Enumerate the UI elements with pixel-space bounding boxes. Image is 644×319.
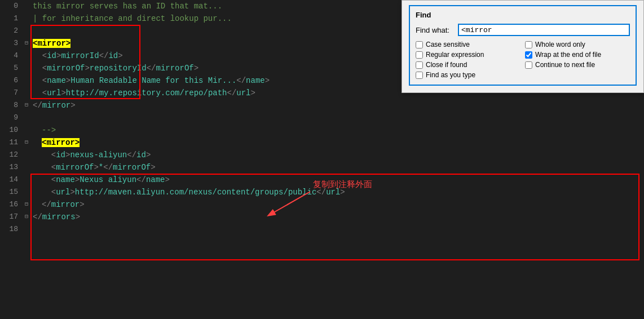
code-line-8: 8 ⊟ </mirror>	[0, 99, 644, 112]
line-num-5: 5	[0, 62, 23, 74]
fold-5	[23, 62, 30, 74]
option-find-as-type[interactable]: Find as you type	[416, 71, 521, 79]
line-num-17: 17	[0, 211, 23, 223]
line-num-6: 6	[0, 74, 23, 87]
fold-10	[23, 124, 30, 136]
line-num-1: 1	[0, 12, 23, 25]
checkbox-find-as-type[interactable]	[416, 72, 423, 79]
checkbox-close-found[interactable]	[416, 61, 423, 69]
label-continue-next: Continue to next file	[535, 61, 595, 69]
code-text-13: <mirrorOf>*</mirrorOf>	[30, 161, 644, 174]
label-close-found: Close if found	[426, 61, 467, 69]
code-line-10: 10 -->	[0, 124, 644, 136]
option-case-sensitive[interactable]: Case sensitive	[416, 41, 521, 48]
code-text-8: </mirror>	[30, 99, 644, 112]
fold-0	[23, 0, 30, 12]
checkbox-whole-word[interactable]	[525, 41, 532, 48]
code-line-9: 9	[0, 112, 644, 124]
code-text-12: <id>nexus-aliyun</id>	[30, 149, 644, 161]
label-whole-word: Whole word only	[535, 41, 585, 48]
line-num-15: 15	[0, 186, 23, 198]
label-find-as-type: Find as you type	[426, 71, 475, 79]
line-num-2: 2	[0, 25, 23, 37]
line-num-11: 11	[0, 136, 23, 149]
code-text-18	[30, 223, 644, 236]
checkbox-case-sensitive[interactable]	[416, 41, 423, 48]
line-num-18: 18	[0, 223, 23, 236]
line-num-14: 14	[0, 174, 23, 186]
editor-wrapper: 0 this mirror serves has an ID that mat.…	[0, 0, 644, 319]
label-wrap-end: Wrap at the end of file	[535, 51, 601, 59]
line-num-0: 0	[0, 0, 23, 12]
fold-6	[23, 74, 30, 87]
line-num-3: 3	[0, 37, 23, 50]
option-continue-next[interactable]: Continue to next file	[525, 61, 630, 69]
option-wrap-end[interactable]: Wrap at the end of file	[525, 51, 630, 59]
fold-12	[23, 149, 30, 161]
find-dialog: Find Find what: Case sensitive Whole wor…	[402, 0, 644, 93]
code-line-18: 18	[0, 223, 644, 236]
line-num-16: 16	[0, 198, 23, 211]
code-text-17: </mirrors>	[30, 211, 644, 223]
fold-18	[23, 223, 30, 236]
fold-4	[23, 50, 30, 62]
find-what-label: Find what:	[416, 26, 458, 34]
option-close-found[interactable]: Close if found	[416, 61, 521, 69]
find-dialog-title: Find	[416, 11, 630, 19]
code-text-10: -->	[30, 124, 644, 136]
find-what-row: Find what:	[416, 24, 630, 36]
code-line-17: 17 ⊟ </mirrors>	[0, 211, 644, 223]
label-case-sensitive: Case sensitive	[426, 41, 470, 48]
find-what-input[interactable]	[458, 24, 630, 36]
code-text-9	[30, 112, 644, 124]
code-line-14: 14 <name>Nexus aliyun</name>	[0, 174, 644, 186]
checkbox-continue-next[interactable]	[525, 61, 532, 69]
option-regular-expression[interactable]: Regular expression	[416, 51, 521, 59]
code-text-11: <mirror>	[30, 136, 644, 149]
fold-2	[23, 25, 30, 37]
code-line-11: 11 ⊟ <mirror>	[0, 136, 644, 149]
code-text-16: </mirror>	[30, 198, 644, 211]
line-num-12: 12	[0, 149, 23, 161]
fold-11[interactable]: ⊟	[23, 136, 30, 149]
fold-1	[23, 12, 30, 25]
line-num-13: 13	[0, 161, 23, 174]
checkbox-wrap-end[interactable]	[525, 51, 532, 59]
fold-16[interactable]: ⊟	[23, 198, 30, 211]
fold-9	[23, 112, 30, 124]
code-line-13: 13 <mirrorOf>*</mirrorOf>	[0, 161, 644, 174]
fold-15	[23, 186, 30, 198]
option-whole-word[interactable]: Whole word only	[525, 41, 630, 48]
line-num-9: 9	[0, 112, 23, 124]
code-line-12: 12 <id>nexus-aliyun</id>	[0, 149, 644, 161]
fold-14	[23, 174, 30, 186]
line-num-7: 7	[0, 87, 23, 99]
label-regular-expression: Regular expression	[426, 51, 484, 59]
line-num-10: 10	[0, 124, 23, 136]
fold-8[interactable]: ⊟	[23, 99, 30, 112]
code-line-15: 15 <url>http://maven.aliyun.com/nexus/co…	[0, 186, 644, 198]
code-line-16: 16 ⊟ </mirror>	[0, 198, 644, 211]
fold-17[interactable]: ⊟	[23, 211, 30, 223]
fold-13	[23, 161, 30, 174]
code-text-15: <url>http://maven.aliyun.com/nexus/conte…	[30, 186, 644, 198]
line-num-8: 8	[0, 99, 23, 112]
fold-3[interactable]: ⊟	[23, 37, 30, 50]
find-options-grid: Case sensitive Whole word only Regular e…	[416, 41, 630, 79]
line-num-4: 4	[0, 50, 23, 62]
find-dialog-inner: Find Find what: Case sensitive Whole wor…	[409, 5, 637, 86]
checkbox-regular-expression[interactable]	[416, 51, 423, 59]
fold-7	[23, 87, 30, 99]
code-text-14: <name>Nexus aliyun</name>	[30, 174, 644, 186]
